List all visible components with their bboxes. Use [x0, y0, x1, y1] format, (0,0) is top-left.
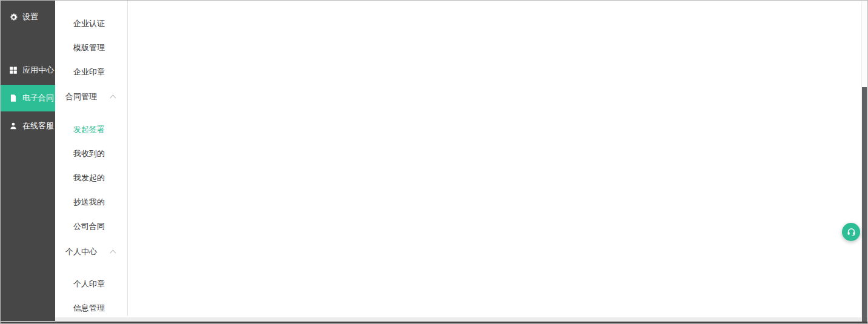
sidebar-item-initiated[interactable]: 我发起的	[55, 170, 127, 187]
sidebar-label-personal-center: 个人中心	[65, 247, 97, 256]
sidebar-item-contract-mgmt[interactable]: 合同管理	[55, 88, 127, 105]
nav-item-online-service[interactable]: 在线客服	[1, 113, 55, 139]
app-window: 设置 应用中心 电子合同 在线客服 企业认证 模版管理 企业印章 合同管理	[0, 0, 868, 324]
nav-item-econtract[interactable]: 电子合同	[1, 85, 55, 111]
chevron-up-icon	[110, 95, 116, 101]
sidebar-item-personal-center[interactable]: 个人中心	[55, 243, 127, 260]
scrollbar-track[interactable]	[861, 1, 867, 322]
main-content	[128, 1, 863, 317]
headset-icon	[846, 227, 856, 237]
sidebar-item-initiate-sign[interactable]: 发起签署	[55, 121, 127, 138]
nav-item-settings[interactable]: 设置	[1, 4, 55, 30]
chevron-up-icon	[110, 250, 116, 256]
window-bottom-edge	[1, 322, 867, 324]
nav-label-econtract: 电子合同	[22, 93, 54, 104]
sidebar-item-enterprise-seal[interactable]: 企业印章	[55, 64, 127, 81]
sidebar-item-template-mgmt[interactable]: 模版管理	[55, 39, 127, 56]
sidebar-item-company-contracts[interactable]: 公司合同	[55, 218, 127, 235]
scrollbar-thumb[interactable]	[862, 87, 867, 322]
sidebar-item-enterprise-auth[interactable]: 企业认证	[55, 15, 127, 32]
nav-item-app-center[interactable]: 应用中心	[1, 57, 55, 84]
sidebar-label-contract-mgmt: 合同管理	[65, 92, 97, 101]
sidebar-item-info-mgmt[interactable]: 信息管理	[55, 300, 127, 317]
primary-sidebar: 设置 应用中心 电子合同 在线客服	[1, 1, 55, 321]
gear-icon	[8, 12, 18, 22]
nav-label-app-center: 应用中心	[22, 65, 54, 76]
nav-label-online-service: 在线客服	[22, 121, 54, 131]
sidebar-item-personal-seal[interactable]: 个人印章	[55, 276, 127, 293]
grid-icon	[8, 65, 18, 75]
secondary-sidebar: 企业认证 模版管理 企业印章 合同管理 发起签署 我收到的 我发起的 抄送我的 …	[55, 1, 128, 316]
bottom-strip	[55, 317, 867, 322]
nav-label-settings: 设置	[22, 12, 38, 22]
sidebar-item-cc-me[interactable]: 抄送我的	[55, 194, 127, 211]
person-icon	[8, 121, 18, 131]
contract-document-icon	[8, 93, 18, 103]
customer-service-button[interactable]	[842, 223, 860, 241]
sidebar-item-received[interactable]: 我收到的	[55, 145, 127, 162]
